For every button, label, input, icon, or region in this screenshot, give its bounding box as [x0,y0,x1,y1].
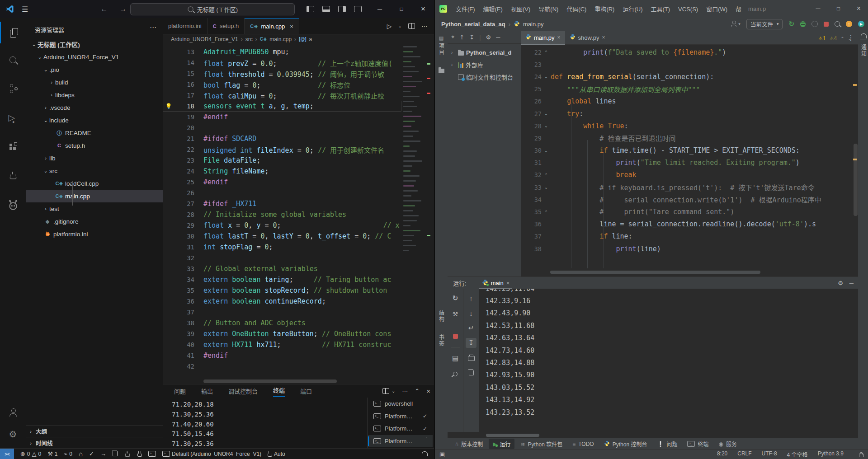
minimize-button[interactable]: ─ [808,0,828,17]
locate-file-icon[interactable]: ⌖ [451,33,454,41]
coverage-icon[interactable] [811,21,818,27]
code-line-38[interactable]: 💡38// Button and ADC objects [163,318,401,328]
prev-warning-icon[interactable]: ⌃ [840,36,844,41]
scroll-to-end-icon[interactable]: ↧ [466,338,476,348]
explorer-icon[interactable] [0,22,27,43]
layout-icon[interactable]: ▣ [439,451,445,458]
tool-structure-tab[interactable]: 结构 [435,310,448,323]
tree-item-build[interactable]: ›build [26,76,163,89]
project-item-Python_serial_d[interactable]: ›Python_serial_d [448,47,521,59]
panel-tab-输出[interactable]: 输出 [201,387,213,395]
tool-notifications-tab[interactable]: 通知 [858,44,868,57]
code-editor[interactable]: 22⌃ print(f"Data saved to {filename}.")2… [521,44,858,276]
tool-问题[interactable]: ❕问题 [653,439,681,449]
problems-badge[interactable]: ⊗0△0 [20,450,41,457]
close-button[interactable]: × [849,0,868,17]
user-icon[interactable]: ▾ [730,20,741,28]
notifications-bell-icon[interactable] [422,451,434,456]
next-warning-icon[interactable]: ⌄ [848,36,852,41]
status-UTF-8[interactable]: UTF-8 [762,450,777,458]
code-line-25[interactable]: 25 """从串口读取数据并添加到全局列表中""" [521,83,858,95]
status-Python 3.9[interactable]: Python 3.9 [818,450,844,458]
code-line-16[interactable]: 💡16bool flag = 0; // 标志位 [163,79,401,90]
account-icon[interactable] [0,402,26,423]
panel-tab-问题[interactable]: 问题 [174,387,186,395]
menu-重构(R)[interactable]: 重构(R) [590,6,618,13]
menu-icon[interactable]: ☰ [22,5,28,14]
toggle-secondary-sidebar-icon[interactable] [338,6,346,12]
back-icon[interactable]: ← [100,5,108,13]
code-line-14[interactable]: 💡14float prevZ = 0.0; // 上一个z轴加速度值( [163,57,401,68]
run-settings-gear-icon[interactable]: ⚙ [838,280,843,286]
code-line-23[interactable]: 💡23File dataFile; [163,155,401,166]
settings-wrench-icon[interactable]: ⚒ [450,309,461,319]
pio-clean-icon[interactable] [113,451,118,456]
testing-flask-icon[interactable] [0,164,26,186]
code-line-21[interactable]: 💡21#ifdef SDCARD [163,133,401,144]
breadcrumb-project[interactable]: Python_serial_data_aq [441,21,505,28]
tree-item-README[interactable]: ⓘREADME [26,126,163,139]
collapse-all-icon[interactable]: ↧ [469,34,474,41]
close-run-tab-icon[interactable]: × [506,280,510,286]
code-editor[interactable]: 💡13Adafruit_MPU6050 mpu;💡14float prevZ =… [163,44,401,384]
editor-hscrollbar[interactable] [550,271,760,274]
tree-item-libdeps[interactable]: ›libdeps [26,89,163,101]
menu-VCS(S)[interactable]: VCS(S) [674,6,702,13]
breadcrumb-Arduino_UNOR4_Force_V1[interactable]: Arduino_UNOR4_Force_V1 [171,36,238,42]
rerun-icon[interactable]: ↻ [450,293,461,303]
ide-feature-icon[interactable]: ▶ [858,21,864,27]
tool-终端[interactable]: >_终端 [683,439,712,449]
terminal-session-Platform…[interactable]: >_Platform…✓ [368,410,433,423]
tool-project-tab[interactable]: ▤项目 [435,35,448,56]
run-dropdown-icon[interactable]: ⌄ [398,23,402,28]
tree-item-Arduino_UNOR4_Force_V1[interactable]: ⌄Arduino_UNOR4_Force_V1 [26,51,163,63]
timeline-section[interactable]: ›时间线 [26,437,163,449]
code-line-19[interactable]: 💡19#endif [163,112,401,122]
maximize-button[interactable]: □ [828,0,849,17]
port-badge[interactable]: ⌁0 [64,450,72,457]
code-line-28[interactable]: 💡28// Initialize some global variables [163,209,401,220]
tree-item-main.cpp[interactable]: C⧺main.cpp [26,190,163,202]
pio-build-icon[interactable]: ✓ [89,450,94,457]
menu-视图(V)[interactable]: 视图(V) [507,6,534,13]
tab-main.py[interactable]: main.py× [521,31,565,44]
menu-代码(C)[interactable]: 代码(C) [562,6,590,13]
tree-item-src[interactable]: ⌄src [26,164,163,177]
command-center-search[interactable]: 无标题 (工作区) [130,3,295,15]
code-line-23[interactable]: 23 [521,58,858,70]
code-line-42[interactable]: 💡42 [163,361,401,372]
code-line-31[interactable]: 💡31int stopFlag = 0; [163,242,401,253]
update-icon[interactable]: ↑ [846,21,852,27]
source-control-icon[interactable] [0,78,26,99]
pio-terminal-icon[interactable]: >_ [148,451,156,457]
explorer-more-icon[interactable]: ⋯ [150,23,156,32]
project-item-外部库[interactable]: ›外部库 [448,59,521,71]
panel-hide-icon[interactable]: ─ [496,34,500,41]
tab-main.cpp[interactable]: C⧺main.cpp× [245,18,299,34]
run-debug-icon[interactable]: ▷● [0,107,26,128]
code-line-25[interactable]: 💡25#endif [163,177,401,187]
serial-port-auto[interactable]: Auto [268,451,285,457]
code-line-15[interactable]: 💡15float threshold = 0.039945; // 阈值，用于调… [163,68,401,79]
code-line-35[interactable]: 💡35extern boolean stopRecord; // shutdow… [163,285,401,296]
restore-layout-icon[interactable]: ▤ [450,353,461,363]
down-stack-icon[interactable]: ↓ [466,308,476,318]
console-hscrollbar[interactable] [486,434,539,437]
pio-serial-monitor-icon[interactable] [137,451,142,457]
panel-tab-终端[interactable]: 终端 [273,386,285,397]
toggle-panel-icon[interactable] [322,6,330,12]
breadcrumb-main.cpp[interactable]: main.cpp [269,36,292,42]
breadcrumb-file[interactable]: main.py [523,21,544,28]
code-line-36[interactable]: 💡36extern boolean continueRecord; [163,296,401,307]
code-line-22[interactable]: 💡22unsigned int fileIndex = 0; // 用于创建新文… [163,144,401,155]
tree-item-platformio.ini[interactable]: platformio.ini [26,228,163,240]
code-line-29[interactable]: 💡29float x = 0, y = 0; // x [163,220,401,231]
tool-运行[interactable]: ▶运行 [489,439,514,449]
stop-icon[interactable] [450,331,461,341]
split-editor-icon[interactable] [408,23,415,29]
panel-settings-gear-icon[interactable]: ⚙ [486,34,491,41]
tree-item-.gitignore[interactable]: ◆.gitignore [26,215,163,228]
platformio-icon[interactable] [0,194,26,216]
panel-tab-端口[interactable]: 端口 [300,387,312,395]
panel-close-icon[interactable]: × [426,387,430,395]
